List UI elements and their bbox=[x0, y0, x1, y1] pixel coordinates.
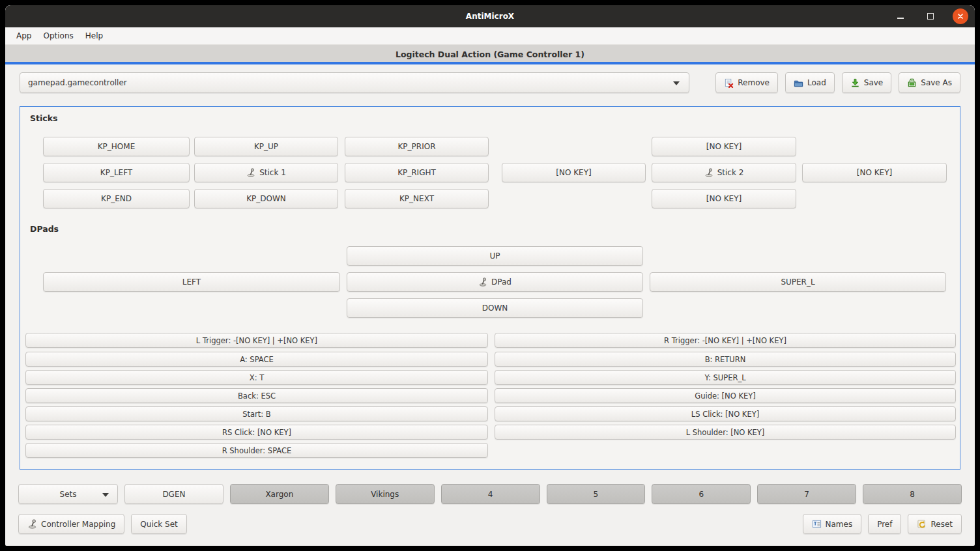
stick1-right-button[interactable]: KP_RIGHT bbox=[345, 163, 489, 182]
save-as-button[interactable]: Save As bbox=[899, 72, 960, 93]
controller-tab-label: Logitech Dual Action (Game Controller 1) bbox=[5, 45, 975, 64]
quick-set-button[interactable]: Quick Set bbox=[131, 514, 186, 534]
set-tab-1-active[interactable]: DGEN bbox=[124, 484, 223, 504]
stick1-down-right-button[interactable]: KP_NEXT bbox=[345, 189, 489, 208]
stick2-left-button[interactable]: [NO KEY] bbox=[502, 163, 646, 182]
pref-button[interactable]: Pref bbox=[868, 514, 901, 534]
menubar: App Options Help bbox=[5, 27, 975, 45]
b-button[interactable]: B: RETURN bbox=[495, 352, 956, 367]
window-controls bbox=[893, 5, 968, 27]
y-button[interactable]: Y: SUPER_L bbox=[495, 370, 956, 385]
set-tab-4[interactable]: 4 bbox=[441, 484, 540, 504]
chevron-down-icon bbox=[673, 81, 680, 85]
start-button[interactable]: Start: B bbox=[25, 406, 488, 421]
profile-combobox-value: gamepad.gamecontroller bbox=[28, 78, 127, 87]
save-button-label: Save bbox=[864, 78, 883, 87]
stick2-right-button[interactable]: [NO KEY] bbox=[802, 163, 947, 182]
controller-mapping-button[interactable]: Controller Mapping bbox=[18, 514, 124, 534]
load-button-label: Load bbox=[807, 78, 826, 87]
ls-click-button[interactable]: LS Click: [NO KEY] bbox=[495, 406, 956, 421]
reset-icon bbox=[917, 519, 927, 529]
load-folder-icon bbox=[794, 78, 803, 88]
l-shoulder-button[interactable]: L Shoulder: [NO KEY] bbox=[495, 425, 956, 440]
a-button[interactable]: A: SPACE bbox=[25, 352, 488, 367]
bottom-bar-spacer bbox=[194, 514, 796, 534]
menu-app[interactable]: App bbox=[10, 27, 37, 45]
save-as-button-label: Save As bbox=[921, 78, 952, 87]
set-tab-3[interactable]: Vikings bbox=[336, 484, 435, 504]
r-shoulder-button[interactable]: R Shoulder: SPACE bbox=[25, 443, 488, 458]
dpad-up-button[interactable]: UP bbox=[347, 246, 643, 266]
names-icon bbox=[812, 519, 822, 529]
set-tab-6[interactable]: 6 bbox=[652, 484, 751, 504]
names-label: Names bbox=[826, 520, 853, 529]
maximize-icon bbox=[927, 13, 934, 20]
dpad-down-button[interactable]: DOWN bbox=[347, 298, 643, 318]
bottom-bar: Controller Mapping Quick Set Names Pref … bbox=[18, 514, 962, 534]
load-button[interactable]: Load bbox=[785, 72, 835, 93]
profile-combobox[interactable]: gamepad.gamecontroller bbox=[20, 72, 689, 93]
stick1-button[interactable]: Stick 1 bbox=[194, 163, 338, 182]
names-button[interactable]: Names bbox=[803, 514, 862, 534]
quick-set-label: Quick Set bbox=[140, 520, 177, 529]
joystick-icon bbox=[704, 168, 713, 177]
l-trigger-button[interactable]: L Trigger: -[NO KEY] | +[NO KEY] bbox=[25, 333, 488, 348]
titlebar: AntiMicroX bbox=[5, 5, 975, 27]
dpad-button-label: DPad bbox=[491, 277, 512, 287]
rs-click-button[interactable]: RS Click: [NO KEY] bbox=[25, 425, 488, 440]
close-icon bbox=[957, 12, 964, 20]
set-tab-2[interactable]: Xargon bbox=[230, 484, 329, 504]
menu-options[interactable]: Options bbox=[37, 27, 79, 45]
minimize-icon bbox=[897, 18, 904, 19]
back-button[interactable]: Back: ESC bbox=[25, 388, 488, 403]
stick2-button[interactable]: Stick 2 bbox=[652, 163, 796, 182]
dpad-right-button[interactable]: SUPER_L bbox=[650, 272, 946, 292]
reset-label: Reset bbox=[930, 520, 953, 529]
chevron-down-icon bbox=[102, 493, 109, 497]
save-icon bbox=[850, 78, 860, 88]
set-tab-5[interactable]: 5 bbox=[547, 484, 646, 504]
pref-label: Pref bbox=[877, 520, 892, 529]
x-button[interactable]: X: T bbox=[25, 370, 488, 385]
remove-icon bbox=[724, 78, 734, 88]
app-window: AntiMicroX App Options Help Logitech Dua… bbox=[5, 5, 975, 546]
joystick-icon bbox=[27, 519, 37, 529]
dpad-button[interactable]: DPad bbox=[347, 272, 643, 292]
save-button[interactable]: Save bbox=[842, 72, 891, 93]
r-trigger-button[interactable]: R Trigger: -[NO KEY] | +[NO KEY] bbox=[495, 333, 956, 348]
profile-actions: Remove Load Save bbox=[715, 72, 960, 93]
set-tab-7[interactable]: 7 bbox=[757, 484, 856, 504]
stick1-button-label: Stick 1 bbox=[259, 168, 286, 177]
stick1-up-button[interactable]: KP_UP bbox=[194, 137, 338, 156]
stick1-left-button[interactable]: KP_LEFT bbox=[43, 163, 190, 182]
remove-button[interactable]: Remove bbox=[715, 72, 778, 93]
maximize-button[interactable] bbox=[923, 8, 938, 24]
stick1-up-left-button[interactable]: KP_HOME bbox=[43, 137, 190, 156]
stick2-down-button[interactable]: [NO KEY] bbox=[652, 189, 796, 208]
controller-mapping-label: Controller Mapping bbox=[41, 520, 115, 529]
stick1-up-right-button[interactable]: KP_PRIOR bbox=[345, 137, 489, 156]
close-button[interactable] bbox=[953, 8, 968, 24]
set-tab-8[interactable]: 8 bbox=[863, 484, 962, 504]
sets-bar: Sets DGEN Xargon Vikings 4 5 6 7 8 bbox=[18, 484, 962, 504]
dpad-left-button[interactable]: LEFT bbox=[43, 272, 340, 292]
dpads-section-label: DPads bbox=[30, 224, 59, 234]
stick1-down-left-button[interactable]: KP_END bbox=[43, 189, 190, 208]
window-title: AntiMicroX bbox=[5, 5, 975, 27]
reset-button[interactable]: Reset bbox=[908, 514, 962, 534]
menu-help[interactable]: Help bbox=[79, 27, 109, 45]
profile-bar: gamepad.gamecontroller Remove Load bbox=[20, 72, 960, 93]
sets-dropdown-label: Sets bbox=[60, 490, 77, 499]
joystick-icon bbox=[246, 168, 255, 177]
joystick-icon bbox=[478, 277, 487, 287]
save-as-icon bbox=[907, 78, 917, 88]
sets-dropdown-button[interactable]: Sets bbox=[18, 484, 118, 504]
stick2-button-label: Stick 2 bbox=[717, 168, 744, 177]
controller-tab[interactable]: Logitech Dual Action (Game Controller 1) bbox=[5, 45, 975, 64]
stick1-down-button[interactable]: KP_DOWN bbox=[194, 189, 338, 208]
stick2-up-button[interactable]: [NO KEY] bbox=[652, 137, 796, 156]
mapping-panel: Sticks KP_HOME KP_UP KP_PRIOR KP_LEFT St… bbox=[20, 106, 960, 470]
minimize-button[interactable] bbox=[893, 8, 908, 24]
guide-button[interactable]: Guide: [NO KEY] bbox=[495, 388, 956, 403]
remove-button-label: Remove bbox=[738, 78, 770, 87]
